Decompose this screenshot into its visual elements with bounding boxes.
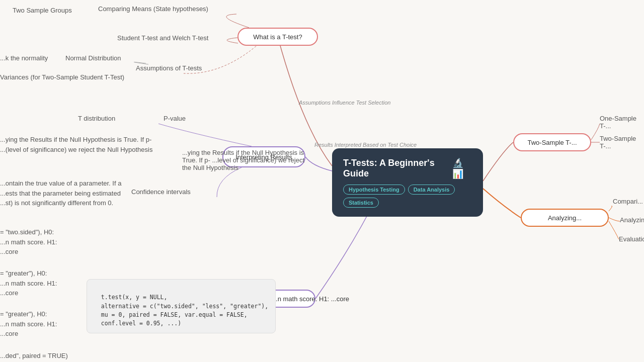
two-sample-groups-label: Two Sample Groups [13,7,72,14]
code-desc-2-node: = "greater"), H0: ...n math score. H1: .… [0,268,57,298]
comparing-means-node[interactable]: Comparing Means (State hypotheses) [98,5,208,13]
code-desc-3-text: = "greater"), H0: [0,310,47,318]
conf-desc-text3: ...st) is not significantly different fr… [0,199,113,207]
results-label-text: Results Interpreted Based on Test Choice [314,142,417,148]
types-ttest-node[interactable]: Two-Sample T-... [513,133,591,151]
code-desc-1-node: = "two.sided"), H0: ...n math score. H1:… [0,227,57,257]
code-desc-1-text: = "two.sided"), H0: [0,228,54,236]
conf-desc-text2: ...ests that the parameter being estimat… [0,190,121,197]
pvalue-node[interactable]: ...ying the Results if the Null Hypothes… [182,149,313,171]
what-is-ttest-node[interactable]: What is a T-test? [237,28,318,46]
code-desc-3-text3: ...core [0,330,18,337]
two-sample-t-node[interactable]: Two-Sample T-... [600,135,644,150]
two-sample-groups-node[interactable]: Two Sample Groups [13,7,72,14]
center-title: T-Tests: A Beginner's Guide 🔬📊 [343,157,472,179]
tag-statistics: Statistics [343,198,379,208]
normal-dist-label: Normal Distribution [65,54,121,62]
code-desc-4-node: ...ded", paired = TRUE) [0,352,68,359]
results-label-content: Results Interpreted Based on Test Choice [314,142,417,148]
confidence-intervals-node[interactable]: Confidence intervals [131,188,191,196]
code-block-text: t.test(x, y = NULL, alternative = c("two… [94,294,268,327]
assumptions-label-text: Assumptions Influence Test Selection [299,100,390,106]
one-sample-node[interactable]: One-Sample T-... [600,115,644,130]
check-normality-label: ...k the normality [0,54,48,62]
pvalue-desc-node: ...ying the Results if the Null Hypothes… [0,135,152,154]
code-desc-4-text: ...ded", paired = TRUE) [0,352,68,359]
confidence-intervals-label: Confidence intervals [131,188,191,196]
applications-node[interactable]: Analyzing... [521,209,609,227]
student-welch-node[interactable]: Student T-test and Welch T-test [117,34,208,42]
conf-desc-text: ...ontain the true value of a parameter.… [0,179,121,187]
pvalue-desc-text: ...ying the Results if the Null Hypothes… [0,136,151,143]
degrees-label: T distribution [78,115,115,122]
code-desc-2-text3: ...core [0,289,18,297]
assumptions-label-content: Assumptions Influence Test Selection [299,100,390,106]
pvalue-desc-text2: ...(level of significance) we reject the… [0,146,152,153]
check-normality-node[interactable]: ...k the normality [0,54,48,62]
variances-node[interactable]: Variances (for Two-Sample Student T-Test… [0,73,124,81]
code-desc-1-text3: ...core [0,248,18,255]
comparing-means-label: Comparing Means (State hypotheses) [98,5,208,13]
applications-label: Analyzing... [548,214,582,222]
one-sample-label: One-Sample T-... [600,115,636,130]
types-ttest-label: Two-Sample T-... [527,139,577,146]
tag-data: Data Analysis [408,185,455,195]
tag-container: Hypothesis Testing Data Analysis Statist… [343,185,472,208]
assumptions-node[interactable]: Assumptions of T-tests [136,64,202,72]
center-node[interactable]: T-Tests: A Beginner's Guide 🔬📊 Hypothesi… [332,148,483,217]
code-desc-3-node: = "greater"), H0: ...n math score. H1: .… [0,309,57,339]
degrees-node[interactable]: T distribution [78,115,115,122]
code-desc-2-text: = "greater"), H0: [0,269,47,277]
code-block-node: t.test(x, y = NULL, alternative = c("two… [87,279,276,333]
normal-dist-node[interactable]: Normal Distribution [65,54,121,62]
center-emoji: 🔬📊 [452,157,472,179]
evaluating-node[interactable]: Evaluatio... [619,235,644,243]
comparing-sub-label: Compari... [613,198,643,205]
two-sample-t-label: Two-Sample T-... [600,135,636,150]
center-title-text: T-Tests: A Beginner's Guide [343,158,448,179]
comparing-sub-node[interactable]: Compari... [613,198,643,205]
student-welch-label: Student T-test and Welch T-test [117,34,208,42]
analyzing-label: Analyzing... [620,216,644,224]
tdist-label: P-value [164,115,186,122]
assumptions-label: Assumptions of T-tests [136,64,202,72]
code-desc-3-text2: ...n math score. H1: [0,320,57,328]
tag-hypothesis: Hypothesis Testing [343,185,405,195]
code-desc-2-text2: ...n math score. H1: [0,280,57,287]
tdist-node[interactable]: P-value [164,115,186,122]
what-is-ttest-label: What is a T-test? [253,33,302,41]
pvalue-label: ...ying the Results if the Null Hypothes… [182,149,304,171]
evaluating-label: Evaluatio... [619,235,644,243]
code-desc-1-text2: ...n math score. H1: [0,238,57,246]
analyzing-node[interactable]: Analyzing... [620,216,644,224]
variances-label: Variances (for Two-Sample Student T-Test… [0,73,124,81]
conf-desc-node: ...ontain the true value of a parameter.… [0,178,121,208]
